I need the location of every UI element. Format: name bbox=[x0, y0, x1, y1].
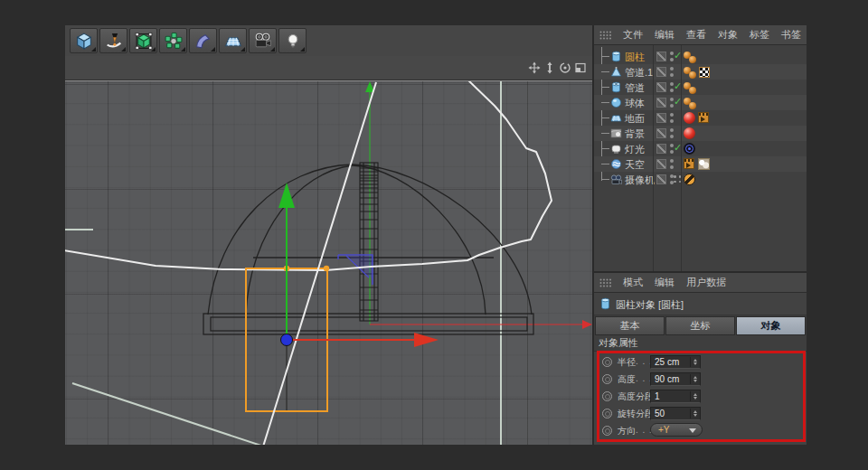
object-row-sky[interactable]: 天空 bbox=[594, 156, 807, 172]
height-input[interactable]: 90 cm bbox=[650, 372, 701, 386]
phong-tag-icon[interactable] bbox=[689, 71, 696, 79]
object-row-camera[interactable]: 摄像机 bbox=[594, 172, 807, 187]
om-menu-tags[interactable]: 标签 bbox=[750, 28, 769, 42]
tool-floor-button[interactable] bbox=[219, 28, 247, 53]
origin-point[interactable] bbox=[281, 334, 293, 346]
object-row-cylinder[interactable]: 圆柱 ✓ bbox=[594, 49, 807, 64]
property-label: 半径 bbox=[618, 356, 636, 369]
compositing-tag-icon[interactable] bbox=[684, 158, 694, 169]
tool-camera-button[interactable] bbox=[249, 28, 277, 53]
object-name[interactable]: 管道 bbox=[625, 81, 645, 95]
object-row-floor[interactable]: 地面 bbox=[594, 110, 807, 126]
layer-icon[interactable] bbox=[656, 82, 666, 92]
object-row-light[interactable]: 灯光 ✓ bbox=[594, 141, 807, 156]
object-name[interactable]: 摄像机 bbox=[625, 174, 655, 187]
tool-cube-button[interactable] bbox=[70, 28, 98, 53]
height-segments-input[interactable]: 1 bbox=[650, 390, 701, 403]
material-tag-icon[interactable] bbox=[684, 127, 695, 139]
panel-grip-icon[interactable] bbox=[599, 278, 611, 287]
object-row-tube[interactable]: 管道 ✓ bbox=[594, 80, 807, 95]
tool-cage-button[interactable] bbox=[129, 28, 157, 53]
orientation-dropdown[interactable]: +Y bbox=[650, 423, 703, 437]
texture-checker-tag-icon[interactable] bbox=[699, 67, 710, 78]
radius-input[interactable]: 25 cm bbox=[650, 355, 701, 369]
layer-icon[interactable] bbox=[656, 98, 666, 108]
pan-icon[interactable] bbox=[528, 61, 541, 74]
tool-pen-button[interactable] bbox=[99, 28, 127, 53]
object-name[interactable]: 管道.1 bbox=[625, 66, 653, 80]
camera-guide-blue bbox=[338, 255, 373, 285]
property-row-radius: 半径 . . . 25 cm bbox=[599, 353, 803, 371]
phong-tag-icon[interactable] bbox=[689, 87, 696, 94]
tool-light-button[interactable] bbox=[278, 28, 307, 53]
object-name[interactable]: 球体 bbox=[625, 97, 645, 110]
spinner-control[interactable] bbox=[690, 409, 699, 418]
keyframe-circle-icon[interactable] bbox=[602, 409, 612, 418]
property-row-height-segments: 高度分段 1 bbox=[599, 388, 803, 405]
property-label: 旋转分段 bbox=[618, 408, 654, 420]
visibility-dots[interactable] bbox=[670, 113, 674, 123]
tab-object[interactable]: 对象 bbox=[736, 316, 806, 335]
material-tag-icon[interactable] bbox=[684, 112, 695, 124]
tool-array-button[interactable] bbox=[159, 28, 187, 53]
tab-coordinates[interactable]: 坐标 bbox=[665, 316, 735, 335]
object-row-sphere[interactable]: 球体 ✓ bbox=[594, 95, 807, 110]
object-name[interactable]: 灯光 bbox=[625, 143, 645, 156]
layer-icon[interactable] bbox=[656, 128, 666, 138]
keyframe-circle-icon[interactable] bbox=[602, 357, 612, 367]
maximize-icon[interactable] bbox=[574, 61, 587, 74]
spinner-control[interactable] bbox=[690, 374, 699, 384]
om-menu-objects[interactable]: 对象 bbox=[718, 28, 738, 42]
layer-icon[interactable] bbox=[656, 144, 666, 154]
phong-tag-icon[interactable] bbox=[689, 102, 696, 109]
am-menu-mode[interactable]: 模式 bbox=[623, 276, 643, 289]
am-menu-userdata[interactable]: 用户数据 bbox=[686, 276, 726, 289]
layer-icon[interactable] bbox=[656, 174, 666, 184]
column-separator bbox=[681, 45, 682, 271]
om-menu-view[interactable]: 查看 bbox=[686, 28, 706, 42]
spinner-control[interactable] bbox=[690, 391, 699, 401]
cylinder-icon bbox=[610, 51, 622, 62]
object-name[interactable]: 背景 bbox=[625, 127, 645, 141]
property-row-height: 高度 . . . 90 cm bbox=[599, 371, 803, 388]
object-name[interactable]: 天空 bbox=[625, 158, 645, 172]
sky-icon bbox=[610, 158, 622, 170]
protection-tag-icon[interactable] bbox=[684, 174, 695, 185]
object-name[interactable]: 圆柱 bbox=[625, 51, 645, 64]
om-menu-edit[interactable]: 编辑 bbox=[655, 28, 675, 42]
keyframe-circle-icon[interactable] bbox=[602, 374, 612, 384]
visibility-dots[interactable] bbox=[670, 159, 674, 169]
object-manager: 文件 编辑 查看 对象 标签 书签 圆柱 bbox=[594, 25, 807, 271]
object-row-background[interactable]: 背景 bbox=[594, 126, 807, 141]
phong-tag-icon[interactable] bbox=[689, 56, 696, 63]
attribute-title-bar: 圆柱对象 [圆柱] bbox=[594, 293, 807, 315]
layer-icon[interactable] bbox=[656, 52, 666, 61]
object-name[interactable]: 地面 bbox=[625, 112, 645, 126]
visibility-dots[interactable] bbox=[670, 128, 674, 138]
layer-icon[interactable] bbox=[656, 67, 666, 77]
corner-handle[interactable] bbox=[324, 266, 329, 271]
rotate-icon[interactable] bbox=[559, 61, 571, 74]
target-tag-icon[interactable] bbox=[684, 143, 695, 155]
radius-value: 25 cm bbox=[655, 357, 679, 367]
viewport-3d[interactable] bbox=[65, 80, 592, 445]
rotation-segments-input[interactable]: 50 bbox=[650, 407, 701, 420]
am-menu-edit[interactable]: 编辑 bbox=[655, 276, 675, 289]
om-menu-bookmarks[interactable]: 书签 bbox=[781, 28, 801, 42]
camera-toggle-icon[interactable] bbox=[674, 175, 681, 183]
tab-basic[interactable]: 基本 bbox=[595, 316, 665, 335]
om-menu-file[interactable]: 文件 bbox=[623, 28, 643, 42]
zoom-icon[interactable] bbox=[543, 61, 556, 74]
keyframe-circle-icon[interactable] bbox=[602, 426, 612, 436]
layer-icon[interactable] bbox=[656, 159, 666, 169]
layer-icon[interactable] bbox=[656, 113, 666, 123]
column-separator bbox=[653, 45, 654, 271]
panel-grip-icon[interactable] bbox=[599, 31, 611, 40]
sky-texture-tag-icon[interactable] bbox=[698, 158, 710, 170]
visibility-dots[interactable] bbox=[670, 67, 674, 77]
compositing-tag-icon[interactable] bbox=[698, 112, 709, 123]
tool-deformer-button[interactable] bbox=[189, 28, 217, 53]
object-row-tube1[interactable]: 管道.1 bbox=[594, 64, 807, 80]
keyframe-circle-icon[interactable] bbox=[602, 391, 612, 401]
spinner-control[interactable] bbox=[690, 357, 699, 367]
